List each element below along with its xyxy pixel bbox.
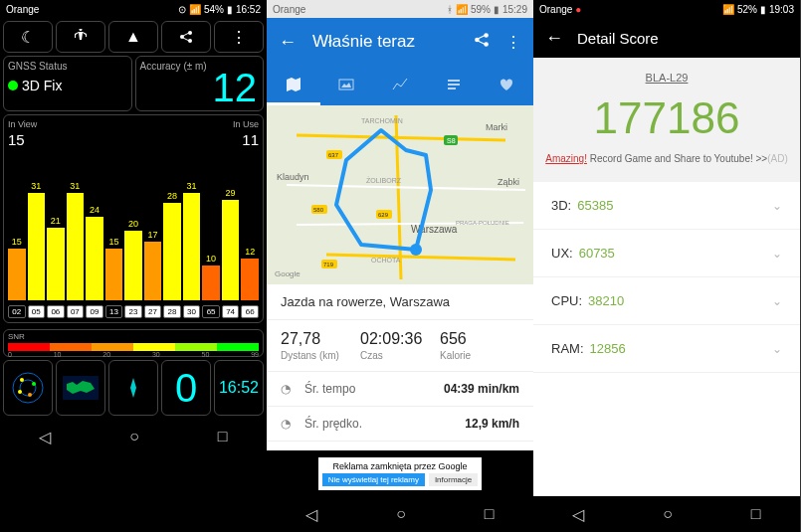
android-navbar: ◁ ○ □ (533, 496, 800, 532)
score-category[interactable]: RAM:12856⌄ (533, 325, 800, 373)
page-title: Detail Score (577, 30, 659, 47)
prn-badge: 07 (67, 305, 85, 318)
svg-text:TARCHOMIN: TARCHOMIN (361, 117, 403, 124)
inview-value: 15 (8, 131, 25, 148)
bar-snr-value: 10 (202, 254, 220, 264)
ad-info-button[interactable]: Informacje (429, 473, 478, 486)
prn-badge: 30 (183, 305, 201, 318)
android-navbar: ◁ ○ □ (0, 419, 267, 454)
category-label: CPU: (551, 293, 582, 308)
battery-icon: ▮ (494, 4, 500, 15)
worldmap-button[interactable] (56, 360, 105, 416)
home-button[interactable]: ○ (396, 505, 406, 523)
metric-row[interactable]: ◔Śr. prędko.12,9 km/h (267, 407, 533, 442)
prn-badge: 09 (86, 305, 103, 318)
snr-gradient (8, 343, 259, 351)
ad-stop-button[interactable]: Nie wyświetlaj tej reklamy (322, 473, 425, 486)
category-label: RAM: (551, 341, 584, 356)
snr-bar (183, 193, 201, 301)
back-button[interactable]: ◁ (572, 505, 584, 524)
share-button[interactable] (161, 21, 211, 53)
device-name[interactable]: BLA-L29 (533, 72, 800, 84)
back-button[interactable]: ← (545, 28, 563, 49)
status-bar: Orange ᚼ 📶 59% ▮ 15:29 (267, 0, 533, 18)
svg-text:580: 580 (313, 207, 324, 213)
tab-map[interactable] (267, 66, 320, 105)
menu-button[interactable]: ⋮ (505, 33, 521, 52)
battery-label: 54% (204, 4, 224, 15)
navigate-button[interactable]: ▲ (108, 21, 158, 53)
metric-value: 04:39 min/km (444, 382, 519, 396)
metric-icon: ◔ (281, 382, 304, 396)
recent-button[interactable]: □ (751, 505, 761, 523)
home-button[interactable]: ○ (663, 505, 673, 523)
prn-badge: 06 (47, 305, 65, 318)
score-category[interactable]: UX:60735⌄ (533, 230, 800, 277)
stats-row: 27,78Dystans (km)02:09:36Czas656Kalorie (267, 320, 533, 372)
svg-point-3 (13, 373, 43, 403)
snr-bars: 15312131241520172831102912 (8, 161, 259, 300)
compass-button[interactable] (108, 360, 158, 416)
clock-label: 19:03 (769, 4, 794, 15)
category-value: 38210 (588, 293, 772, 308)
stat-label: Dystans (km) (281, 350, 360, 361)
snr-bar (105, 249, 123, 301)
back-button[interactable]: ◁ (305, 505, 317, 524)
bar-snr-value: 31 (28, 181, 46, 191)
promo-link[interactable]: Amazing! Record Game and Share to Youtub… (533, 153, 800, 164)
android-navbar: ◁ ○ □ (267, 496, 533, 532)
pedestrian-button[interactable] (56, 21, 105, 53)
metric-row[interactable]: ◔Śr. tempo04:39 min/km (267, 372, 533, 407)
waypoint-count[interactable]: 0 (161, 360, 211, 416)
skyplot-button[interactable] (3, 360, 53, 416)
score-category[interactable]: 3D:65385⌄ (533, 182, 800, 230)
snr-bar (222, 200, 240, 301)
bar-snr-value: 20 (124, 219, 142, 229)
score-category[interactable]: CPU:38210⌄ (533, 277, 800, 325)
prn-badge: 27 (144, 305, 162, 318)
bar-snr-value: 31 (67, 181, 85, 191)
app-header: ← Detail Score (533, 18, 800, 58)
svg-text:PRAGA-POŁUDNIE: PRAGA-POŁUDNIE (456, 220, 509, 226)
svg-text:637: 637 (328, 152, 339, 158)
route-map[interactable]: Marki TARCHOMIN Ząbki Klaudyn ŻOLIBORZ W… (267, 105, 533, 284)
category-value: 65385 (577, 198, 772, 213)
tab-graphs[interactable] (373, 66, 427, 105)
recent-button[interactable]: □ (218, 428, 228, 445)
category-label: UX: (551, 246, 573, 261)
menu-button[interactable]: ⋮ (214, 21, 264, 53)
clock-label: 15:29 (502, 4, 527, 15)
ad-text: Reklama zamknięta przez Google (322, 461, 479, 471)
status-bar: Orange ● 📶 52% ▮ 19:03 (533, 0, 800, 18)
tab-heart[interactable] (480, 66, 533, 105)
chevron-down-icon: ⌄ (772, 199, 782, 213)
share-button[interactable] (474, 32, 490, 52)
bar-snr-value: 17 (144, 230, 162, 240)
metric-label: Śr. prędko. (304, 417, 465, 431)
stat-item: 02:09:36Czas (360, 330, 440, 361)
snr-bar (241, 259, 259, 300)
night-mode-button[interactable]: ☾ (3, 21, 53, 53)
activity-title: Jazda na rowerze, Warszawa (267, 284, 533, 320)
tab-laps[interactable] (427, 66, 481, 105)
prn-badge: 02 (8, 305, 26, 318)
category-value: 60735 (579, 246, 772, 261)
metric-icon: ◔ (281, 417, 304, 431)
stat-label: Kalorie (440, 350, 519, 361)
inuse-label: In Use (233, 119, 259, 129)
back-button[interactable]: ◁ (39, 428, 51, 446)
chevron-down-icon: ⌄ (772, 247, 782, 261)
rec-icon: ● (575, 4, 581, 15)
home-button[interactable]: ○ (129, 428, 139, 445)
tab-photos[interactable] (320, 66, 374, 105)
prn-badge: 65 (202, 305, 220, 318)
bar-snr-value: 15 (8, 237, 26, 247)
stat-item: 656Kalorie (440, 330, 519, 361)
svg-text:Google: Google (275, 269, 300, 278)
carrier-label: Orange (539, 4, 572, 15)
snr-legend-card: SNR 01020305099 (3, 329, 264, 357)
recent-button[interactable]: □ (485, 505, 495, 523)
stat-label: Czas (360, 350, 440, 361)
back-button[interactable]: ← (279, 32, 297, 53)
time-display[interactable]: 16:52 (214, 360, 264, 416)
